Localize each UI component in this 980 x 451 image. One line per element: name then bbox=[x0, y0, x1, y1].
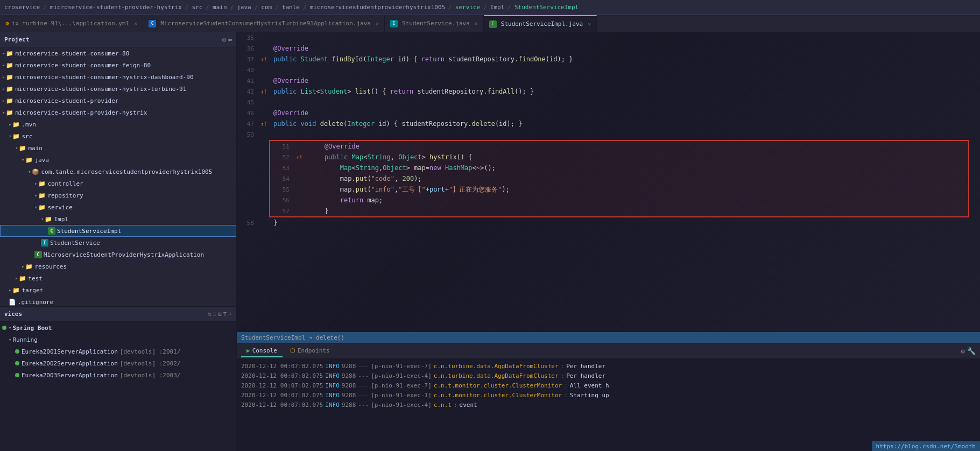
line-number: 47 bbox=[237, 121, 258, 128]
line-number: 37 bbox=[237, 56, 258, 63]
add-icon[interactable]: + bbox=[228, 311, 232, 318]
settings-icon[interactable]: ⚙ bbox=[222, 36, 226, 44]
filter-icon[interactable]: ⊤ bbox=[223, 311, 227, 318]
tree-item-p4[interactable]: ▸📁microservice-student-consumer-hystrix-… bbox=[0, 83, 236, 95]
tree-item-p2[interactable]: ▸📁microservice-student-consumer-feign-80 bbox=[0, 59, 236, 71]
console-output: 2020-12-12 00:07:02.075 INFO 9288 --- [p… bbox=[237, 359, 980, 451]
tree-item-p8[interactable]: ▾📁src bbox=[0, 130, 236, 142]
line-number: 55 bbox=[272, 186, 294, 193]
tree-item-p13[interactable]: ▸📁repository bbox=[0, 189, 236, 201]
folder-icon: 📁 bbox=[6, 50, 13, 57]
tree-item-p19[interactable]: ▸📁resources bbox=[0, 260, 236, 272]
close-icon[interactable]: ✕ bbox=[134, 20, 137, 26]
tab-console[interactable]: ▶ Console bbox=[241, 345, 283, 357]
log-thread: [p-nio-91-exec-1] bbox=[371, 392, 432, 399]
tree-item-p9[interactable]: ▾📁main bbox=[0, 142, 236, 154]
tab-endpoints[interactable]: ⬡ Endpoints bbox=[285, 345, 335, 357]
service-label: Spring Boot bbox=[12, 325, 52, 332]
sort-icon[interactable]: ⇅ bbox=[208, 311, 211, 318]
service-label: Eureka2002ServerApplication bbox=[22, 360, 118, 367]
class-icon: C bbox=[489, 20, 497, 28]
class-file-icon: C bbox=[48, 227, 55, 235]
override-arrow-icon: ↑! bbox=[260, 57, 267, 62]
tree-item-label: StudentServiceImpl bbox=[57, 228, 121, 235]
log-sep2: : bbox=[561, 372, 565, 379]
breadcrumb-item: src bbox=[192, 4, 203, 11]
tree-item-p16[interactable]: CStudentServiceImpl bbox=[0, 225, 236, 237]
tree-icon[interactable]: ⊞ bbox=[218, 311, 222, 318]
wrench-icon[interactable]: 🔧 bbox=[967, 347, 976, 355]
tree-item-p10[interactable]: ▾📁java bbox=[0, 154, 236, 166]
line-number: 41 bbox=[237, 77, 258, 84]
tree-item-p14[interactable]: ▾📁service bbox=[0, 201, 236, 213]
tree-item-p21[interactable]: ▸📁target bbox=[0, 284, 236, 296]
tab-turbine-application[interactable]: C MicroserviceStudentConsumerHystrixTurb… bbox=[143, 15, 385, 32]
tree-item-p20[interactable]: ▸📁test bbox=[0, 272, 236, 284]
line-content: @Override bbox=[269, 77, 980, 84]
sidebar-header: Project ⚙ ⇌ bbox=[0, 32, 236, 47]
console-log-line: 2020-12-12 00:07:02.075 INFO 9288 --- [p… bbox=[237, 371, 980, 380]
code-line: 53 Map<String,Object> map=new HashMap<~>… bbox=[270, 163, 968, 173]
interface-icon: I bbox=[390, 20, 398, 27]
class-file-icon: C bbox=[34, 251, 42, 258]
log-timestamp: 2020-12-12 00:07:02.075 bbox=[241, 392, 323, 399]
tree-item-p6[interactable]: ▾📁microservice-student-provider-hystrix bbox=[0, 107, 236, 118]
log-pid: 9288 bbox=[342, 372, 356, 379]
log-sep2: : bbox=[564, 382, 568, 389]
line-number: 40 bbox=[237, 67, 258, 74]
tree-item-p15[interactable]: ▾📁Impl bbox=[0, 213, 236, 225]
services-title: vices bbox=[4, 311, 22, 318]
folder-icon: 📁 bbox=[19, 145, 26, 152]
line-number: 54 bbox=[272, 175, 294, 182]
folder-arrow-icon: ▾ bbox=[22, 157, 24, 163]
folder-arrow-icon: ▸ bbox=[2, 62, 5, 68]
code-editor[interactable]: 3536@Override37↑!public Student findById… bbox=[237, 32, 980, 332]
folder-arrow-icon: ▸ bbox=[2, 86, 5, 91]
line-content: } bbox=[269, 219, 980, 227]
service-item-s4[interactable]: Eureka2002ServerApplication[devtools] :2… bbox=[0, 357, 236, 369]
line-content: public void delete(Integer id) { student… bbox=[269, 120, 980, 128]
service-item-s1[interactable]: ▾Spring Boot bbox=[0, 322, 236, 334]
tab-student-service[interactable]: I StudentService.java ✕ bbox=[385, 15, 484, 32]
tab-student-service-impl[interactable]: C StudentServiceImpl.java ✕ bbox=[484, 15, 597, 32]
folder-icon: 📁 bbox=[12, 121, 20, 128]
breadcrumb-item: StudentServiceImpl bbox=[514, 4, 579, 11]
settings-icon[interactable]: ⚙ bbox=[961, 347, 965, 355]
breadcrumb-item: croservice bbox=[4, 4, 40, 11]
tree-item-p12[interactable]: ▸📁controller bbox=[0, 178, 236, 189]
tree-item-p11[interactable]: ▾📦com.tanle.microservicestudentproviderh… bbox=[0, 166, 236, 178]
tree-item-p22[interactable]: 📄.gitignore bbox=[0, 296, 236, 306]
editor-breadcrumb: StudentServiceImpl → delete() bbox=[241, 334, 344, 341]
gutter-icon: ↑! bbox=[258, 121, 269, 127]
close-icon[interactable]: ✕ bbox=[475, 20, 478, 26]
gutter-icon: ↑! bbox=[258, 57, 269, 62]
code-line: 50 bbox=[237, 129, 980, 140]
tree-item-p3[interactable]: ▸📁microservice-student-consumer-hystrix-… bbox=[0, 71, 236, 83]
tab-application-yml[interactable]: ⚙ ix-turbine-91\...\application.yml ✕ bbox=[0, 15, 143, 32]
breadcrumb-item: tanle bbox=[282, 4, 300, 11]
tree-item-p1[interactable]: ▸📁microservice-student-consumer-80 bbox=[0, 47, 236, 59]
tab-label: StudentServiceImpl.java bbox=[501, 20, 583, 27]
tree-item-p17[interactable]: IStudentService bbox=[0, 237, 236, 249]
tree-item-label: Impl bbox=[54, 216, 68, 223]
tree-item-p7[interactable]: ▸📁.mvn bbox=[0, 118, 236, 130]
code-line: 35 bbox=[237, 32, 980, 43]
log-class: c.n.t.monitor.cluster.ClusterMonitor bbox=[434, 382, 562, 389]
sort2-icon[interactable]: ≡ bbox=[213, 311, 217, 318]
tree-item-p5[interactable]: ▸📁microservice-student-provider bbox=[0, 95, 236, 107]
breadcrumb-bar: croservice / microservice-student-provid… bbox=[0, 0, 980, 15]
code-line: 41@Override bbox=[237, 75, 980, 86]
sync-icon[interactable]: ⇌ bbox=[228, 36, 232, 44]
breadcrumb-item: com bbox=[261, 4, 272, 11]
close-icon[interactable]: ✕ bbox=[588, 21, 591, 27]
service-item-s2[interactable]: ▾Running bbox=[0, 334, 236, 346]
log-thread: [p-nio-91-exec-7] bbox=[371, 382, 432, 389]
tree-item-p18[interactable]: CMicroserviceStudentProviderHystrixAppli… bbox=[0, 249, 236, 260]
service-item-s3[interactable]: Eureka2001ServerApplication[devtools] :2… bbox=[0, 346, 236, 357]
folder-arrow-icon: ▸ bbox=[9, 122, 11, 127]
service-item-s5[interactable]: Eureka2003ServerApplication[devtools] :2… bbox=[0, 369, 236, 381]
code-line: 56 return map; bbox=[270, 195, 968, 206]
code-content[interactable]: 3536@Override37↑!public Student findById… bbox=[237, 32, 980, 332]
close-icon[interactable]: ✕ bbox=[376, 20, 379, 26]
sidebar-title: Project bbox=[4, 36, 29, 43]
